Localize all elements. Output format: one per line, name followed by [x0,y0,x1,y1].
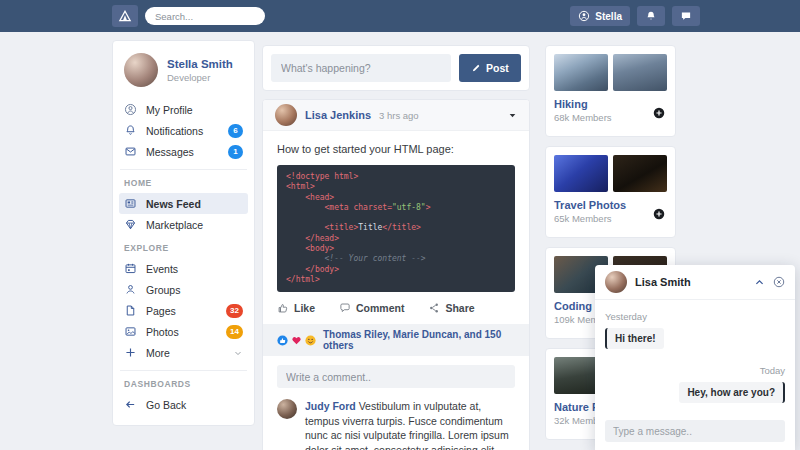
chat-day-label: Today [605,365,785,376]
likes-summary-text[interactable]: Thomas Riley, Marie Duncan, and 150 othe… [323,329,515,351]
chat-header: Lisa Smith [595,265,795,300]
sidebar-item-groups[interactable]: Groups [119,279,248,300]
sidebar-item-label: Groups [146,284,180,296]
group-name[interactable]: Hiking [554,98,667,110]
share-button[interactable]: Share [428,302,474,314]
chat-contact-name: Lisa Smith [635,276,691,288]
group-name[interactable]: Travel Photos [554,199,667,211]
join-group-icon[interactable] [653,107,665,119]
post-author[interactable]: Lisa Jenkins [305,109,371,121]
user-circle-icon [578,10,590,22]
group-photo[interactable] [613,155,667,192]
sidebar-item-label: Notifications [146,125,203,137]
post-action-bar: Like Comment Share [263,292,529,324]
profile-summary: Stella Smith Developer [124,53,243,87]
bell-icon [645,10,657,22]
app-logo[interactable] [112,5,138,27]
person-icon [124,283,137,296]
avatar[interactable] [275,104,297,126]
sidebar-item-label: News Feed [146,198,201,210]
thumbs-up-icon [277,302,289,314]
group-card-hiking: Hiking 68k Members [545,45,676,137]
sidebar-item-messages[interactable]: Messages 1 [119,141,248,162]
top-navbar: Stella [0,0,800,32]
nav-user-button[interactable]: Stella [570,6,630,26]
sidebar-item-events[interactable]: Events [119,258,248,279]
avatar[interactable] [124,53,158,87]
like-label: Like [294,302,315,314]
like-button[interactable]: Like [277,302,315,314]
avatar[interactable] [605,271,627,293]
avatar[interactable] [277,399,297,419]
bell-icon [124,124,137,137]
divider [120,169,247,170]
comment-label: Comment [356,302,404,314]
nav-messages-button[interactable] [672,6,700,26]
diamond-icon [124,218,137,231]
mountain-logo-icon [118,10,132,22]
composer-input[interactable] [271,54,451,82]
sidebar-item-label: Go Back [146,399,186,411]
pages-badge: 32 [226,304,243,318]
sidebar-item-my-profile[interactable]: My Profile [119,99,248,120]
chat-message-received: Hi there! [605,328,664,349]
comment-button[interactable]: Comment [339,302,404,314]
group-photo[interactable] [554,155,608,192]
app-root: Stella Stella Smith Develope [0,0,800,450]
main-feed: Post Lisa Jenkins 3 hrs ago How to get s… [262,45,530,450]
group-members: 68k Members [554,112,667,123]
post-timestamp: 3 hrs ago [379,110,419,121]
heart-emoji [291,335,302,346]
plus-icon [124,346,137,359]
chat-message-input[interactable] [605,420,785,442]
calendar-icon [124,262,137,275]
chat-collapse-button[interactable] [754,277,765,288]
sidebar-item-marketplace[interactable]: Marketplace [119,214,248,235]
post-composer: Post [262,45,530,91]
sidebar-item-more[interactable]: More [119,342,248,363]
sidebar-item-label: Pages [146,305,176,317]
chat-window: Lisa Smith Yesterday Hi there! Today He [595,265,795,450]
post-header: Lisa Jenkins 3 hrs ago [263,100,529,131]
chevron-up-icon [754,277,765,288]
messages-badge: 1 [228,145,243,159]
feed-post: Lisa Jenkins 3 hrs ago How to get starte… [262,99,530,450]
section-header-explore: EXPLORE [124,243,243,253]
close-circle-icon [773,276,785,288]
sidebar-item-pages[interactable]: Pages 32 [119,300,248,321]
sidebar-item-go-back[interactable]: Go Back [119,394,248,415]
photo-icon [124,325,137,338]
nav-notifications-button[interactable] [637,6,665,26]
search-input[interactable] [145,7,265,25]
notifications-badge: 6 [228,124,243,138]
caret-down-icon[interactable] [508,111,517,120]
group-card-travel-photos: Travel Photos 65k Members [545,146,676,238]
join-group-icon[interactable] [653,208,665,220]
likes-summary-bar: Thomas Riley, Marie Duncan, and 150 othe… [263,324,529,356]
document-icon [124,304,137,317]
profile-role: Developer [167,72,233,83]
photos-badge: 14 [226,325,243,339]
post-button[interactable]: Post [459,54,521,82]
divider [120,370,247,371]
arrow-left-icon [124,398,137,411]
group-photo[interactable] [554,54,608,91]
post-button-label: Post [486,62,509,74]
sidebar-item-notifications[interactable]: Notifications 6 [119,120,248,141]
sidebar-item-news-feed[interactable]: News Feed [119,193,248,214]
sidebar-item-photos[interactable]: Photos 14 [119,321,248,342]
comment-body: Judy Ford Vestibulum in vulputate at, te… [305,399,515,450]
comment-input[interactable] [277,365,515,388]
comment-item: Judy Ford Vestibulum in vulputate at, te… [263,396,529,450]
share-label: Share [445,302,474,314]
group-members: 65k Members [554,213,667,224]
nav-user-label: Stella [595,11,622,22]
group-photo[interactable] [613,54,667,91]
profile-name[interactable]: Stella Smith [167,58,233,70]
left-sidebar: Stella Smith Developer My Profile Notifi… [112,40,255,426]
comment-author[interactable]: Judy Ford [305,400,356,412]
share-icon [428,302,440,314]
envelope-icon [124,145,137,158]
chat-close-button[interactable] [773,276,785,288]
newspaper-icon [124,197,137,210]
